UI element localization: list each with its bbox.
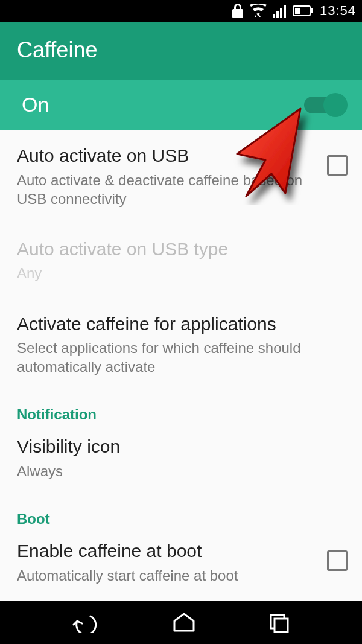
svg-rect-0 bbox=[273, 14, 275, 18]
checkbox-boot[interactable] bbox=[327, 550, 348, 571]
setting-subtitle: Always bbox=[17, 462, 348, 480]
section-header-notification: Notification bbox=[0, 391, 362, 429]
settings-list: Auto activate on USB Auto activate & dea… bbox=[0, 130, 362, 601]
android-status-bar: 13:54 bbox=[0, 0, 362, 22]
setting-activate-apps[interactable]: Activate caffeine for applications Selec… bbox=[0, 298, 362, 391]
section-header-boot: Boot bbox=[0, 495, 362, 534]
lock-icon bbox=[232, 4, 244, 18]
svg-rect-5 bbox=[295, 8, 300, 14]
setting-visibility-icon[interactable]: Visibility icon Always bbox=[0, 429, 362, 495]
svg-rect-3 bbox=[284, 5, 286, 18]
setting-auto-activate-usb[interactable]: Auto activate on USB Auto activate & dea… bbox=[0, 130, 362, 223]
master-toggle-row[interactable]: On bbox=[0, 80, 362, 130]
setting-enable-boot[interactable]: Enable caffeine at boot Automatically st… bbox=[0, 534, 362, 590]
svg-rect-2 bbox=[280, 8, 282, 18]
setting-title: Visibility icon bbox=[17, 435, 348, 458]
svg-rect-8 bbox=[275, 619, 288, 632]
master-switch[interactable] bbox=[304, 97, 344, 113]
setting-usb-type: Auto activate on USB type Any bbox=[0, 223, 362, 298]
setting-subtitle: Auto activate & deactivate caffeine base… bbox=[17, 171, 317, 208]
nav-recent-button[interactable] bbox=[267, 611, 291, 633]
signal-icon bbox=[273, 4, 287, 18]
switch-thumb bbox=[323, 93, 348, 117]
wifi-icon bbox=[250, 4, 267, 18]
master-toggle-label: On bbox=[22, 93, 49, 116]
checkbox-usb[interactable] bbox=[327, 155, 348, 176]
status-clock: 13:54 bbox=[320, 3, 356, 19]
android-nav-bar bbox=[0, 601, 362, 644]
battery-icon bbox=[293, 5, 314, 17]
setting-title: Enable caffeine at boot bbox=[17, 540, 317, 563]
screen: 13:54 Caffeine On Auto activate on USB A… bbox=[0, 0, 362, 644]
setting-subtitle: Select applications for which caffeine s… bbox=[17, 339, 348, 376]
svg-rect-1 bbox=[276, 11, 279, 18]
setting-subtitle: Automatically start caffeine at boot bbox=[17, 566, 317, 585]
setting-title: Auto activate on USB bbox=[17, 144, 317, 167]
nav-home-button[interactable] bbox=[172, 611, 196, 633]
svg-rect-6 bbox=[311, 8, 313, 13]
app-bar: Caffeine bbox=[0, 22, 362, 80]
app-title: Caffeine bbox=[17, 37, 345, 63]
setting-title: Activate caffeine for applications bbox=[17, 313, 348, 336]
setting-subtitle: Any bbox=[17, 264, 348, 282]
nav-back-button[interactable] bbox=[71, 611, 101, 633]
setting-title: Auto activate on USB type bbox=[17, 238, 348, 261]
